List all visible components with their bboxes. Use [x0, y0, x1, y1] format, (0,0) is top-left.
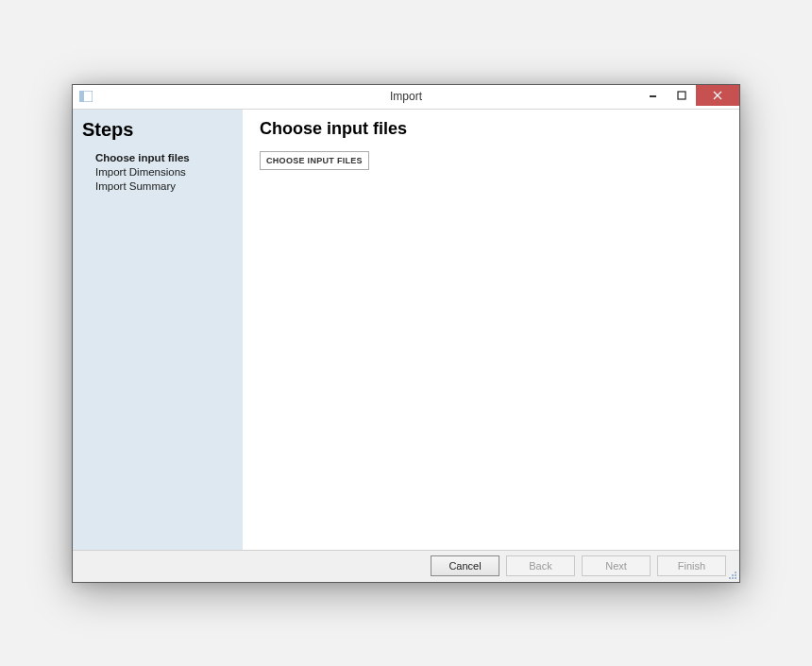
svg-point-10 — [732, 574, 734, 576]
svg-point-9 — [729, 577, 731, 579]
maximize-button[interactable] — [668, 85, 696, 106]
titlebar: Import — [73, 85, 739, 110]
steps-sidebar: Steps Choose input files Import Dimensio… — [73, 110, 243, 550]
choose-input-files-button[interactable]: CHOOSE INPUT FILES — [260, 151, 369, 170]
page-title: Choose input files — [260, 119, 722, 139]
next-button[interactable]: Next — [582, 555, 651, 576]
step-import-summary[interactable]: Import Summary — [95, 180, 233, 192]
svg-point-7 — [732, 577, 734, 579]
step-import-dimensions[interactable]: Import Dimensions — [95, 166, 233, 178]
finish-button[interactable]: Finish — [657, 555, 726, 576]
back-button[interactable]: Back — [506, 555, 575, 576]
minimize-button[interactable] — [639, 85, 668, 106]
step-list: Choose input files Import Dimensions Imp… — [82, 152, 233, 192]
step-choose-input-files[interactable]: Choose input files — [95, 152, 233, 163]
steps-header: Steps — [82, 119, 233, 141]
main-panel: Choose input files CHOOSE INPUT FILES — [243, 110, 739, 550]
cancel-button[interactable]: Cancel — [431, 555, 499, 576]
window-title: Import — [390, 90, 422, 103]
content-area: Steps Choose input files Import Dimensio… — [73, 110, 739, 550]
window-controls — [639, 85, 739, 106]
svg-point-11 — [735, 572, 736, 573]
svg-rect-3 — [678, 92, 685, 99]
app-icon — [79, 91, 93, 102]
wizard-footer: Cancel Back Next Finish — [73, 550, 739, 582]
close-button[interactable] — [696, 85, 739, 106]
svg-point-6 — [735, 577, 736, 579]
svg-point-8 — [735, 574, 736, 576]
svg-rect-1 — [79, 91, 84, 102]
import-wizard-window: Import Steps Choose input files Import D… — [72, 84, 740, 583]
resize-grip-icon[interactable] — [726, 569, 737, 580]
